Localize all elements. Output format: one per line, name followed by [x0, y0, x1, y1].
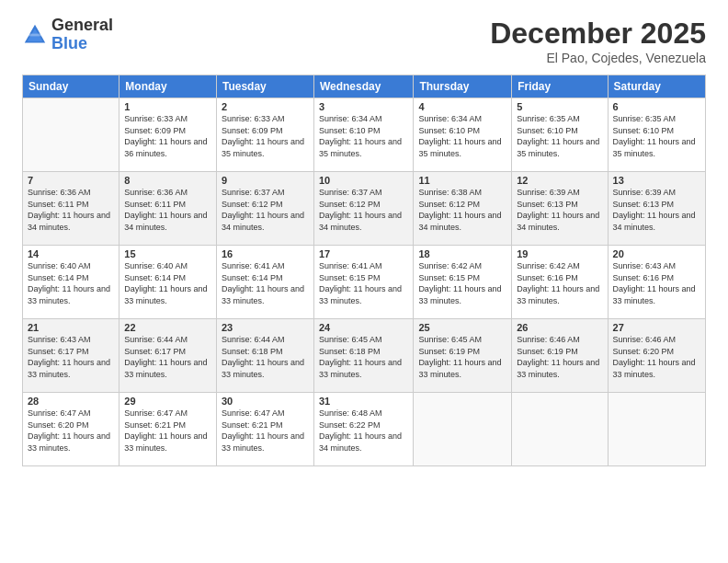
day-info: Sunrise: 6:34 AM Sunset: 6:10 PM Dayligh… [319, 113, 408, 159]
calendar-table: Sunday Monday Tuesday Wednesday Thursday… [22, 75, 706, 466]
day-number: 12 [517, 175, 602, 186]
day-number: 17 [319, 248, 408, 259]
day-info: Sunrise: 6:42 AM Sunset: 6:16 PM Dayligh… [517, 260, 602, 306]
table-row: 17Sunrise: 6:41 AM Sunset: 6:15 PM Dayli… [313, 246, 413, 319]
header-saturday: Saturday [608, 75, 705, 98]
day-info: Sunrise: 6:40 AM Sunset: 6:14 PM Dayligh… [28, 260, 114, 306]
table-row: 11Sunrise: 6:38 AM Sunset: 6:12 PM Dayli… [414, 172, 512, 246]
table-row: 15Sunrise: 6:40 AM Sunset: 6:14 PM Dayli… [119, 246, 217, 319]
day-number: 5 [517, 101, 602, 112]
day-info: Sunrise: 6:35 AM Sunset: 6:10 PM Dayligh… [613, 113, 700, 159]
table-row: 27Sunrise: 6:46 AM Sunset: 6:20 PM Dayli… [608, 319, 705, 393]
day-number: 24 [319, 322, 408, 333]
day-number: 6 [613, 101, 700, 112]
day-info: Sunrise: 6:33 AM Sunset: 6:09 PM Dayligh… [124, 113, 211, 159]
day-number: 14 [28, 248, 114, 259]
day-number: 31 [319, 396, 408, 407]
table-row: 19Sunrise: 6:42 AM Sunset: 6:16 PM Dayli… [512, 246, 608, 319]
day-number: 29 [124, 396, 211, 407]
title-block: December 2025 El Pao, Cojedes, Venezuela [490, 17, 706, 65]
day-number: 16 [222, 248, 309, 259]
day-number: 23 [222, 322, 309, 333]
day-info: Sunrise: 6:46 AM Sunset: 6:20 PM Dayligh… [613, 334, 700, 380]
day-number: 30 [222, 396, 309, 407]
table-row: 13Sunrise: 6:39 AM Sunset: 6:13 PM Dayli… [608, 172, 705, 246]
header-monday: Monday [119, 75, 217, 98]
table-row: 18Sunrise: 6:42 AM Sunset: 6:15 PM Dayli… [414, 246, 512, 319]
day-info: Sunrise: 6:47 AM Sunset: 6:21 PM Dayligh… [124, 408, 211, 454]
day-number: 10 [319, 175, 408, 186]
table-row: 12Sunrise: 6:39 AM Sunset: 6:13 PM Dayli… [512, 172, 608, 246]
day-info: Sunrise: 6:41 AM Sunset: 6:14 PM Dayligh… [222, 260, 309, 306]
table-row: 16Sunrise: 6:41 AM Sunset: 6:14 PM Dayli… [216, 246, 313, 319]
day-number: 26 [517, 322, 602, 333]
calendar-week-row: 7Sunrise: 6:36 AM Sunset: 6:11 PM Daylig… [23, 172, 706, 246]
logo-text: General Blue [51, 17, 113, 53]
table-row: 5Sunrise: 6:35 AM Sunset: 6:10 PM Daylig… [512, 98, 608, 172]
day-number: 18 [418, 248, 506, 259]
logo-icon [22, 22, 48, 48]
day-info: Sunrise: 6:47 AM Sunset: 6:21 PM Dayligh… [222, 408, 309, 454]
day-info: Sunrise: 6:37 AM Sunset: 6:12 PM Dayligh… [319, 187, 408, 233]
calendar-week-row: 21Sunrise: 6:43 AM Sunset: 6:17 PM Dayli… [23, 319, 706, 393]
svg-rect-2 [28, 33, 41, 36]
table-row: 21Sunrise: 6:43 AM Sunset: 6:17 PM Dayli… [23, 319, 119, 393]
table-row: 22Sunrise: 6:44 AM Sunset: 6:17 PM Dayli… [119, 319, 217, 393]
day-info: Sunrise: 6:39 AM Sunset: 6:13 PM Dayligh… [613, 187, 700, 233]
day-info: Sunrise: 6:36 AM Sunset: 6:11 PM Dayligh… [28, 187, 114, 233]
day-number: 1 [124, 101, 211, 112]
table-row: 9Sunrise: 6:37 AM Sunset: 6:12 PM Daylig… [216, 172, 313, 246]
header-wednesday: Wednesday [313, 75, 413, 98]
table-row [608, 393, 705, 466]
day-info: Sunrise: 6:37 AM Sunset: 6:12 PM Dayligh… [222, 187, 309, 233]
header: General Blue December 2025 El Pao, Cojed… [22, 17, 706, 65]
table-row: 31Sunrise: 6:48 AM Sunset: 6:22 PM Dayli… [313, 393, 413, 466]
table-row [512, 393, 608, 466]
day-number: 8 [124, 175, 211, 186]
day-info: Sunrise: 6:39 AM Sunset: 6:13 PM Dayligh… [517, 187, 602, 233]
day-info: Sunrise: 6:48 AM Sunset: 6:22 PM Dayligh… [319, 408, 408, 454]
day-info: Sunrise: 6:45 AM Sunset: 6:18 PM Dayligh… [319, 334, 408, 380]
table-row: 8Sunrise: 6:36 AM Sunset: 6:11 PM Daylig… [119, 172, 217, 246]
calendar-header-row: Sunday Monday Tuesday Wednesday Thursday… [23, 75, 706, 98]
logo-blue-text: Blue [51, 35, 113, 53]
table-row: 4Sunrise: 6:34 AM Sunset: 6:10 PM Daylig… [414, 98, 512, 172]
table-row: 10Sunrise: 6:37 AM Sunset: 6:12 PM Dayli… [313, 172, 413, 246]
day-info: Sunrise: 6:38 AM Sunset: 6:12 PM Dayligh… [418, 187, 506, 233]
location: El Pao, Cojedes, Venezuela [490, 51, 706, 65]
table-row: 25Sunrise: 6:45 AM Sunset: 6:19 PM Dayli… [414, 319, 512, 393]
day-info: Sunrise: 6:47 AM Sunset: 6:20 PM Dayligh… [28, 408, 114, 454]
table-row: 30Sunrise: 6:47 AM Sunset: 6:21 PM Dayli… [216, 393, 313, 466]
logo: General Blue [22, 17, 113, 53]
day-info: Sunrise: 6:33 AM Sunset: 6:09 PM Dayligh… [222, 113, 309, 159]
day-number: 21 [28, 322, 114, 333]
day-number: 19 [517, 248, 602, 259]
day-number: 4 [418, 101, 506, 112]
day-number: 15 [124, 248, 211, 259]
table-row: 1Sunrise: 6:33 AM Sunset: 6:09 PM Daylig… [119, 98, 217, 172]
day-info: Sunrise: 6:45 AM Sunset: 6:19 PM Dayligh… [418, 334, 506, 380]
day-number: 11 [418, 175, 506, 186]
day-number: 13 [613, 175, 700, 186]
day-number: 2 [222, 101, 309, 112]
day-number: 27 [613, 322, 700, 333]
day-number: 9 [222, 175, 309, 186]
table-row: 3Sunrise: 6:34 AM Sunset: 6:10 PM Daylig… [313, 98, 413, 172]
day-number: 20 [613, 248, 700, 259]
day-number: 28 [28, 396, 114, 407]
table-row [414, 393, 512, 466]
table-row: 29Sunrise: 6:47 AM Sunset: 6:21 PM Dayli… [119, 393, 217, 466]
header-sunday: Sunday [23, 75, 119, 98]
day-number: 3 [319, 101, 408, 112]
day-info: Sunrise: 6:36 AM Sunset: 6:11 PM Dayligh… [124, 187, 211, 233]
header-friday: Friday [512, 75, 608, 98]
day-info: Sunrise: 6:42 AM Sunset: 6:15 PM Dayligh… [418, 260, 506, 306]
table-row: 23Sunrise: 6:44 AM Sunset: 6:18 PM Dayli… [216, 319, 313, 393]
table-row: 2Sunrise: 6:33 AM Sunset: 6:09 PM Daylig… [216, 98, 313, 172]
day-info: Sunrise: 6:44 AM Sunset: 6:17 PM Dayligh… [124, 334, 211, 380]
day-info: Sunrise: 6:41 AM Sunset: 6:15 PM Dayligh… [319, 260, 408, 306]
day-number: 25 [418, 322, 506, 333]
table-row: 20Sunrise: 6:43 AM Sunset: 6:16 PM Dayli… [608, 246, 705, 319]
month-title: December 2025 [490, 17, 706, 51]
day-info: Sunrise: 6:43 AM Sunset: 6:16 PM Dayligh… [613, 260, 700, 306]
